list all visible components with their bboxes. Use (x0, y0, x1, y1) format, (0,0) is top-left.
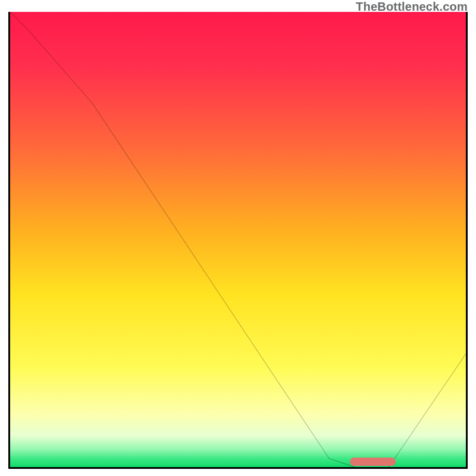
gradient-background (10, 12, 466, 468)
chart-stage: TheBottleneck.com (0, 0, 476, 476)
svg-rect-0 (10, 12, 466, 468)
optimum-marker (350, 458, 396, 466)
plot-area (8, 12, 468, 469)
